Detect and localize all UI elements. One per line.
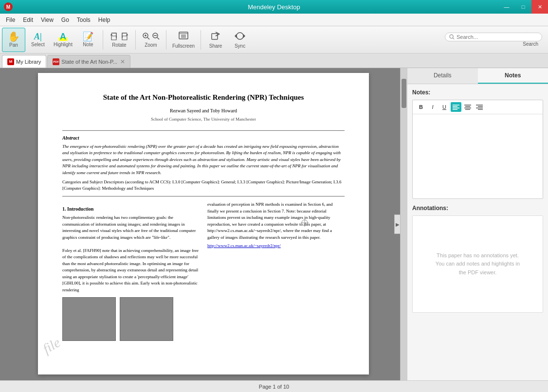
pdf-scrollbar[interactable] <box>400 68 407 380</box>
panel-tabs: Details Notes <box>407 68 548 84</box>
abstract-text: The emergence of non-photorealistic rend… <box>62 143 345 177</box>
window-controls: — □ ✕ <box>498 0 548 14</box>
search-label: Search <box>523 41 538 47</box>
library-tab[interactable]: M My Library <box>2 55 46 68</box>
section1-col2-text: evaluation of perception in NPR methods … <box>207 201 345 241</box>
italic-button[interactable]: I <box>427 102 438 112</box>
sync-label: Sync <box>235 43 245 49</box>
rotate-tool[interactable]: Rotate <box>106 28 132 52</box>
col-left: 1. Introduction Non-photorealistic rende… <box>62 201 200 341</box>
note-label: Note <box>83 42 93 47</box>
app-title: Mendeley Desktop <box>248 3 300 11</box>
close-tab-button[interactable]: ✕ <box>120 58 125 65</box>
menu-help[interactable]: Help <box>94 15 114 25</box>
sync-tool[interactable]: Sync <box>228 28 252 52</box>
zoom-icon <box>142 32 160 41</box>
menu-bar: File Edit View Go Tools Help <box>0 14 548 26</box>
pan-label: Pan <box>9 42 18 48</box>
document-tab-label: State of the Art Non-P... <box>61 59 117 65</box>
notes-tab[interactable]: Notes <box>478 68 548 84</box>
note-icon: 📝 <box>83 32 93 41</box>
document-tab[interactable]: PDF State of the Art Non-P... ✕ <box>47 55 130 68</box>
svg-line-5 <box>157 37 159 39</box>
align-center-button[interactable] <box>462 102 473 112</box>
maximize-button[interactable]: □ <box>515 0 531 14</box>
menu-view[interactable]: View <box>37 15 57 25</box>
menu-tools[interactable]: Tools <box>73 15 94 25</box>
tab-bar: M My Library PDF State of the Art Non-P.… <box>0 53 548 68</box>
highlight-tool[interactable]: A Highlight <box>51 28 75 52</box>
notes-textarea[interactable] <box>413 114 543 197</box>
panel-collapse-button[interactable]: ▶ <box>394 214 400 234</box>
note-tool[interactable]: 📝 Note <box>76 28 100 52</box>
watermark: file <box>39 333 64 358</box>
two-column-layout: 1. Introduction Non-photorealistic rende… <box>62 201 345 341</box>
pan-tool[interactable]: ✋ Pan <box>2 28 25 52</box>
annotations-box: This paper has no annotations yet. You c… <box>412 215 543 313</box>
menu-go[interactable]: Go <box>57 15 73 25</box>
paper-affiliation: School of Computer Science, The Universi… <box>62 116 345 123</box>
zoom-tool[interactable]: Zoom <box>139 28 163 52</box>
share-label: Share <box>209 43 222 49</box>
main-area: State of the Art Non-Photorealistic Rend… <box>0 68 548 380</box>
pdf-viewer[interactable]: State of the Art Non-Photorealistic Rend… <box>0 68 407 380</box>
annotations-section: Annotations: This paper has no annotatio… <box>412 205 543 313</box>
highlight-label: Highlight <box>54 42 73 47</box>
notes-format-toolbar: B I U <box>413 100 543 114</box>
bold-button[interactable]: B <box>416 102 426 112</box>
paper-url[interactable]: http://www2.cs.man.ac.uk/~sayeedr2/npr/ <box>207 243 281 248</box>
library-tab-label: My Library <box>16 59 41 65</box>
share-tool[interactable]: Share <box>204 28 227 52</box>
toolbar: ✋ Pan A| Select A Highlight 📝 Note Rotat… <box>0 26 548 53</box>
menu-file[interactable]: File <box>2 15 19 25</box>
title-bar: M Mendeley Desktop — □ ✕ <box>0 0 548 14</box>
notes-editor[interactable]: B I U <box>412 100 543 199</box>
minimize-button[interactable]: — <box>498 0 515 14</box>
annotations-empty-line2: You can add notes and highlights in <box>436 260 520 268</box>
fullscreen-tool[interactable]: Fullscreen <box>169 28 198 52</box>
search-input[interactable] <box>457 34 538 40</box>
rotate-label: Rotate <box>112 42 126 48</box>
right-panel: Details Notes Notes: B I U <box>407 68 548 380</box>
annotations-empty-line1: This paper has no annotations yet. <box>437 251 519 260</box>
abstract-title: Abstract <box>62 135 345 142</box>
svg-rect-9 <box>181 35 186 38</box>
select-tool[interactable]: A| Select <box>26 28 50 52</box>
search-box[interactable] <box>445 33 542 41</box>
separator-4 <box>201 30 201 50</box>
rotate-icon <box>109 32 129 41</box>
paper-authors: Rezwan Sayeed and Toby Howard <box>62 107 345 114</box>
pan-icon: ✋ <box>8 32 20 41</box>
scrollbar-thumb[interactable] <box>402 79 406 108</box>
zoom-label: Zoom <box>145 42 157 48</box>
app-icon: M <box>4 2 13 11</box>
svg-line-1 <box>147 37 149 39</box>
image-1 <box>62 297 116 341</box>
align-left-button[interactable] <box>451 102 461 112</box>
categories-text: Categories and Subject Descriptors (acco… <box>62 179 345 191</box>
separator-1 <box>103 30 103 50</box>
select-label: Select <box>31 42 45 47</box>
highlight-icon: A <box>59 32 67 41</box>
divider-2 <box>62 196 345 196</box>
separator-2 <box>135 30 136 50</box>
section1-col1-text: Non-photorealistic rendering has two com… <box>62 214 200 293</box>
annotations-title: Annotations: <box>412 205 543 212</box>
svg-point-13 <box>450 35 453 38</box>
paper-title: State of the Art Non-Photorealistic Rend… <box>62 92 345 103</box>
details-tab[interactable]: Details <box>407 68 478 84</box>
share-icon <box>211 31 220 42</box>
svg-marker-12 <box>235 34 237 38</box>
align-right-button[interactable] <box>474 102 485 112</box>
library-icon: M <box>7 58 14 65</box>
col-right: evaluation of perception in NPR methods … <box>207 201 345 341</box>
divider-1 <box>62 130 345 131</box>
separator-3 <box>166 30 166 50</box>
menu-edit[interactable]: Edit <box>19 15 37 25</box>
close-button[interactable]: ✕ <box>531 0 548 14</box>
page-info: Page 1 of 10 <box>259 384 289 390</box>
sync-icon <box>235 31 245 42</box>
svg-rect-10 <box>212 34 218 39</box>
fullscreen-icon <box>178 31 189 42</box>
underline-button[interactable]: U <box>439 102 450 112</box>
